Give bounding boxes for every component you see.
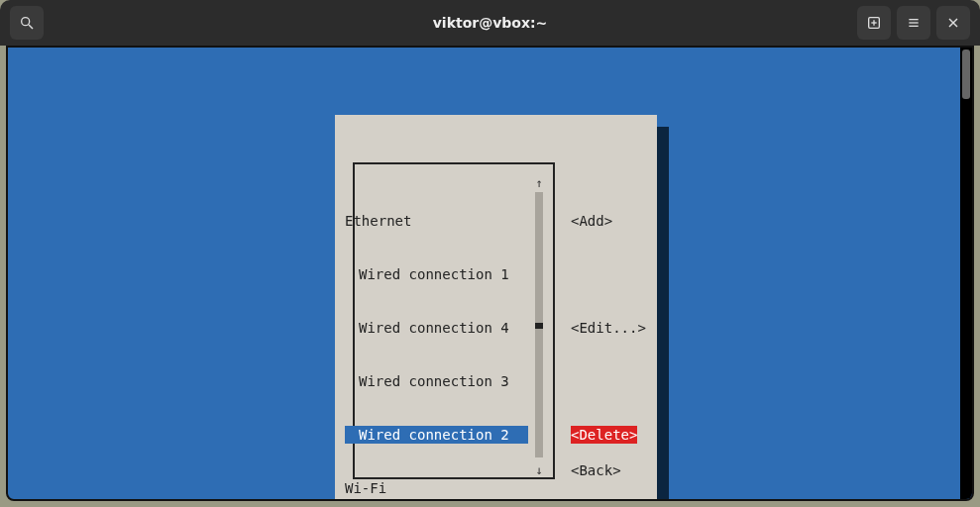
nmtui-dialog: Ethernet Wired connection 1 Wired connec… [335,115,657,501]
terminal-window: viktor@vbox:~ Ethernet Wired connection … [0,0,980,507]
list-scrollbar[interactable]: ↑ ↓ [533,174,545,471]
add-button[interactable]: <Add> [571,212,646,230]
group-header-wifi: Wi-Fi [345,479,528,497]
list-item[interactable]: Wired connection 1 [345,265,528,283]
delete-button[interactable]: <Delete> [571,426,646,444]
terminal-scrollbar-thumb[interactable] [962,50,970,99]
menu-button[interactable] [897,6,930,40]
list-item[interactable]: Wired connection 3 [345,372,528,390]
edit-button[interactable]: <Edit...> [571,319,646,337]
connection-list[interactable]: Ethernet Wired connection 1 Wired connec… [345,176,528,501]
titlebar: viktor@vbox:~ [0,0,980,46]
terminal-scrollbar[interactable] [960,48,972,499]
new-tab-button[interactable] [857,6,891,40]
list-item[interactable]: Wired connection 4 [345,319,528,337]
search-button[interactable] [10,6,44,40]
scroll-down-icon[interactable]: ↓ [533,461,545,477]
svg-line-1 [29,25,33,29]
scroll-up-icon[interactable]: ↑ [533,174,545,190]
back-button[interactable]: <Back> [571,461,621,479]
group-header-ethernet: Ethernet [345,212,528,230]
window-title: viktor@vbox:~ [433,15,548,31]
action-panel: <Add> <Edit...> <Delete> [571,176,646,479]
search-icon [19,15,35,31]
delete-button-label: <Delete> [571,426,637,444]
hamburger-icon [906,15,922,31]
spacer [571,265,646,283]
spacer [571,372,646,390]
list-scrollbar-thumb[interactable] [535,323,543,329]
close-icon [945,15,961,31]
terminal-viewport[interactable]: Ethernet Wired connection 1 Wired connec… [6,46,974,501]
close-button[interactable] [936,6,970,40]
svg-point-0 [22,18,30,26]
new-tab-icon [866,15,882,31]
list-item-selected[interactable]: Wired connection 2 [345,426,528,444]
